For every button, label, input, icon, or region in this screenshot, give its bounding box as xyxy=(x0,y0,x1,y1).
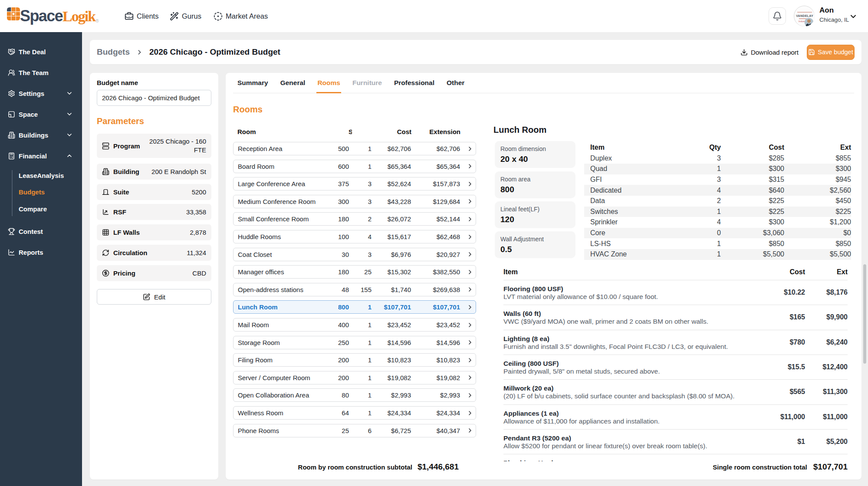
svg-text:VANDELAY: VANDELAY xyxy=(796,14,813,17)
